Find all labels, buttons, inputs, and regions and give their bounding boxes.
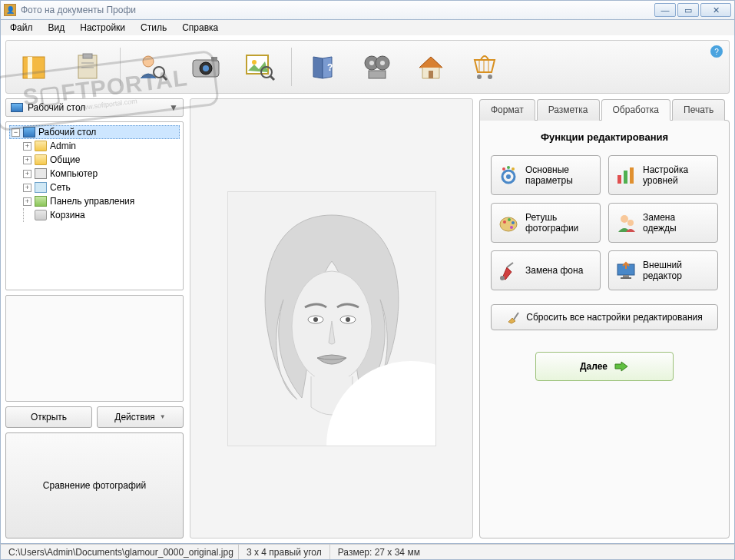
func-basic-params[interactable]: Основные параметры <box>491 155 601 195</box>
svg-point-7 <box>154 67 164 78</box>
brush-icon <box>506 310 520 324</box>
compare-button[interactable]: Сравнение фотографий <box>5 432 184 539</box>
tab-editing[interactable]: Обработка <box>601 99 671 121</box>
window-title: Фото на документы Профи <box>21 5 654 15</box>
menu-help[interactable]: Справка <box>177 21 223 35</box>
svg-point-32 <box>313 317 318 322</box>
tree-node-controlpanel[interactable]: + Панель управления <box>9 194 180 208</box>
svg-rect-43 <box>630 167 634 184</box>
tab-print[interactable]: Печать <box>672 99 725 121</box>
svg-rect-41 <box>617 175 621 184</box>
lamp-icon <box>498 260 519 281</box>
svg-point-47 <box>512 221 515 224</box>
gear-icon <box>498 164 519 186</box>
func-retouch[interactable]: Ретушь фотографии <box>491 203 601 243</box>
open-button[interactable]: Открыть <box>5 406 92 428</box>
tree-node-trash[interactable]: Корзина <box>9 208 180 222</box>
tool-cart[interactable] <box>459 44 510 90</box>
trash-icon <box>35 210 47 220</box>
tree-label: Admin <box>50 141 76 151</box>
expand-icon[interactable]: + <box>23 142 31 151</box>
status-size: Размер: 27 x 34 мм <box>330 545 428 559</box>
folder-tree[interactable]: − Рабочий стол + Admin + Общие + <box>5 121 184 290</box>
func-levels[interactable]: Настройка уровней <box>608 155 718 195</box>
location-combo[interactable]: Рабочий стол ▼ <box>5 98 184 117</box>
menu-view[interactable]: Вид <box>44 21 70 35</box>
tree-node-admin[interactable]: + Admin <box>9 139 180 153</box>
svg-line-8 <box>163 76 167 80</box>
svg-point-21 <box>380 61 385 65</box>
chevron-down-icon: ▼ <box>169 102 178 113</box>
tool-home[interactable] <box>406 44 456 90</box>
tree-node-public[interactable]: + Общие <box>9 153 180 167</box>
reset-button[interactable]: Сбросить все настройки редактирования <box>491 304 718 330</box>
svg-point-6 <box>143 56 154 67</box>
tool-image-search[interactable] <box>234 44 285 90</box>
svg-point-27 <box>477 75 482 79</box>
photo-preview-panel <box>190 98 473 538</box>
desktop-icon <box>11 103 23 112</box>
titlebar: 👤 Фото на документы Профи — ▭ ✕ <box>0 0 735 20</box>
status-path: C:\Users\Admin\Documents\glamour_0000_or… <box>1 545 239 559</box>
svg-point-50 <box>627 220 634 226</box>
svg-point-34 <box>346 317 350 322</box>
computer-icon <box>35 168 47 179</box>
network-icon <box>35 182 47 193</box>
tool-clipboard[interactable] <box>63 44 114 90</box>
tool-help-book[interactable]: ? <box>298 44 349 90</box>
svg-rect-12 <box>211 57 217 61</box>
svg-line-16 <box>270 76 274 80</box>
expand-icon[interactable]: + <box>23 197 31 206</box>
folder-icon <box>35 141 47 151</box>
folder-icon <box>35 154 47 165</box>
maximize-button[interactable]: ▭ <box>677 3 699 17</box>
tree-label: Общие <box>50 154 80 165</box>
avatar-icon <box>615 212 637 234</box>
svg-point-11 <box>203 65 209 71</box>
tab-layout[interactable]: Разметка <box>537 99 600 121</box>
desktop-icon <box>23 127 35 138</box>
expand-icon[interactable]: + <box>23 156 31 164</box>
menubar: Файл Вид Настройки Стиль Справка <box>0 20 735 35</box>
right-panel: Формат Разметка Обработка Печать Функции… <box>479 98 730 538</box>
collapse-icon[interactable]: − <box>12 128 20 137</box>
editing-title: Функции редактирования <box>491 131 718 143</box>
tool-camera[interactable] <box>180 44 231 90</box>
minimize-button[interactable]: — <box>654 3 676 17</box>
svg-point-46 <box>508 218 511 221</box>
tab-body-editing: Функции редактирования Основные параметр… <box>479 120 730 538</box>
menu-style[interactable]: Стиль <box>136 21 171 35</box>
status-format: 3 x 4 правый угол <box>239 545 330 559</box>
tree-node-desktop[interactable]: − Рабочий стол <box>9 125 180 139</box>
tool-package[interactable] <box>9 44 60 90</box>
menu-settings[interactable]: Настройки <box>75 21 130 35</box>
svg-rect-1 <box>28 57 32 78</box>
close-button[interactable]: ✕ <box>700 3 731 17</box>
expand-icon[interactable]: + <box>23 170 31 178</box>
func-background[interactable]: Замена фона <box>491 250 601 290</box>
tool-person-search[interactable] <box>127 44 177 90</box>
tree-node-computer[interactable]: + Компьютер <box>9 167 180 181</box>
tree-label: Сеть <box>50 182 71 193</box>
func-clothes[interactable]: Замена одежды <box>608 203 718 243</box>
tree-node-network[interactable]: + Сеть <box>9 181 180 194</box>
toolbar-help-icon[interactable]: ? <box>710 45 723 58</box>
svg-point-40 <box>512 167 515 171</box>
menu-file[interactable]: Файл <box>5 21 38 35</box>
arrow-right-icon <box>614 360 629 373</box>
bars-icon <box>615 164 637 186</box>
svg-rect-23 <box>429 71 433 78</box>
next-button[interactable]: Далее <box>535 352 674 381</box>
tool-video[interactable] <box>352 44 402 90</box>
svg-point-38 <box>502 167 505 171</box>
svg-point-45 <box>503 220 506 224</box>
photo-preview[interactable] <box>228 192 435 446</box>
combo-label: Рабочий стол <box>28 102 85 113</box>
actions-button[interactable]: Действия <box>97 406 184 428</box>
tab-format[interactable]: Формат <box>479 99 535 121</box>
func-external-editor[interactable]: Внешний редактор <box>608 250 718 290</box>
tree-label: Компьютер <box>50 168 98 179</box>
svg-line-51 <box>507 263 513 267</box>
expand-icon[interactable]: + <box>23 184 31 192</box>
svg-line-56 <box>514 313 518 320</box>
